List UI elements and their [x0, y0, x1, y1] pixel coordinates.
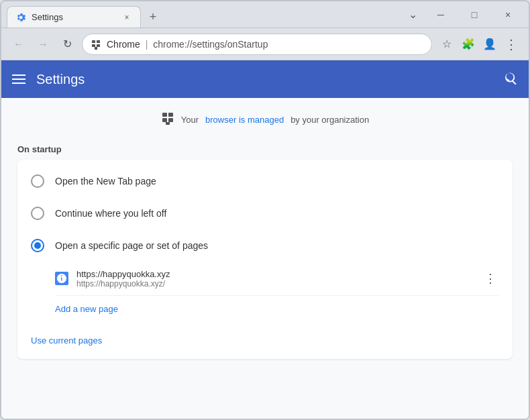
page-item: https://happyquokka.xyz https://happyquo… [55, 262, 499, 296]
url-path: chrome://settings/onStartup [153, 39, 268, 50]
add-new-page-button[interactable]: Add a new page [55, 296, 499, 322]
svg-rect-4 [95, 47, 97, 50]
window-dropdown[interactable]: ⌄ [403, 5, 423, 23]
address-bar: ← → ↻ Chrome | chrome://settings/onStart… [1, 28, 529, 60]
browser-window: Settings × + ⌄ ─ □ × ← → ↻ Chro [0, 0, 530, 420]
page-url: https://happyquokka.xyz/ [76, 279, 474, 288]
settings-header-left: Settings [12, 72, 85, 87]
active-tab[interactable]: Settings × [7, 6, 141, 28]
url-separator: | [146, 39, 148, 50]
radio-label-continue: Continue where you left off [55, 208, 166, 219]
close-button[interactable]: × [492, 4, 523, 25]
url-display: Chrome | chrome://settings/onStartup [107, 39, 268, 50]
page-name: https://happyquokka.xyz [76, 269, 474, 279]
svg-rect-0 [92, 40, 95, 43]
managed-banner: Your browser is managed by your organiza… [17, 111, 513, 128]
svg-rect-3 [97, 44, 100, 47]
url-domain-chrome: Chrome [107, 39, 140, 50]
main-content: Your browser is managed by your organiza… [1, 98, 529, 419]
page-favicon [55, 272, 68, 285]
radio-circle-new-tab [31, 174, 44, 188]
url-actions: ☆ 🧩 👤 ⋮ [437, 35, 521, 54]
startup-options-card: Open the New Tab page Continue where you… [17, 160, 513, 359]
managed-text-after: by your organization [290, 115, 369, 125]
on-startup-section-title: On startup [17, 144, 513, 154]
radio-circle-specific [31, 239, 44, 252]
hamburger-menu-button[interactable] [12, 74, 25, 84]
refresh-button[interactable]: ↻ [58, 35, 76, 54]
managed-link[interactable]: browser is managed [205, 115, 284, 125]
radio-label-new-tab: Open the New Tab page [55, 176, 156, 187]
url-bar[interactable]: Chrome | chrome://settings/onStartup [82, 34, 432, 55]
managed-text-before: Your [181, 115, 199, 125]
svg-rect-5 [162, 113, 167, 117]
restore-button[interactable]: □ [459, 4, 490, 25]
svg-rect-6 [168, 113, 173, 117]
radio-label-specific: Open a specific page or set of pages [55, 240, 208, 251]
radio-option-continue[interactable]: Continue where you left off [17, 197, 513, 229]
back-button[interactable]: ← [9, 35, 28, 54]
extensions-button[interactable]: 🧩 [459, 35, 478, 54]
minimize-button[interactable]: ─ [425, 4, 456, 25]
svg-rect-2 [92, 44, 95, 47]
settings-search-button[interactable] [505, 71, 518, 88]
radio-circle-continue [31, 207, 44, 220]
window-controls: ⌄ ─ □ × [403, 4, 523, 25]
svg-rect-1 [97, 40, 100, 43]
page-menu-button[interactable]: ⋮ [482, 268, 499, 288]
svg-rect-9 [166, 122, 170, 125]
page-info: https://happyquokka.xyz https://happyquo… [76, 269, 474, 288]
tab-area: Settings × + [7, 1, 399, 28]
title-bar: Settings × + ⌄ ─ □ × [1, 1, 529, 28]
radio-option-specific[interactable]: Open a specific page or set of pages [17, 229, 513, 262]
bookmark-button[interactable]: ☆ [437, 35, 456, 54]
startup-pages-section: https://happyquokka.xyz https://happyquo… [55, 262, 499, 322]
profile-button[interactable]: 👤 [480, 35, 499, 54]
settings-page-title: Settings [36, 72, 85, 87]
new-tab-button[interactable]: + [144, 7, 162, 26]
settings-header: Settings [1, 60, 529, 98]
tab-title: Settings [32, 12, 116, 22]
url-lock-icon [91, 39, 101, 50]
svg-rect-8 [168, 118, 173, 122]
forward-button[interactable]: → [34, 35, 52, 54]
managed-icon [161, 111, 174, 128]
use-current-pages-button[interactable]: Use current pages [17, 327, 513, 354]
radio-selected-indicator [34, 242, 41, 249]
radio-option-new-tab[interactable]: Open the New Tab page [17, 165, 513, 197]
tab-close-button[interactable]: × [121, 12, 132, 23]
svg-rect-7 [162, 118, 167, 122]
browser-menu-button[interactable]: ⋮ [502, 35, 521, 54]
tab-favicon [15, 12, 26, 23]
